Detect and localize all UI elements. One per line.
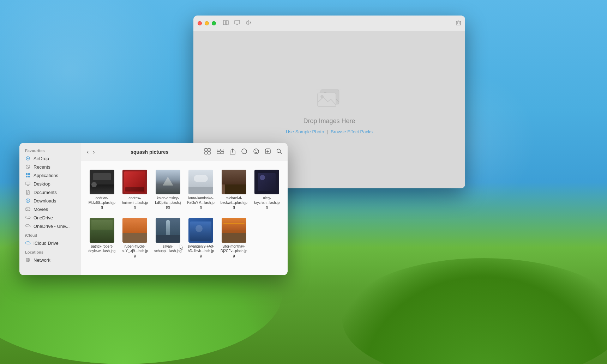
file-item[interactable]: andrew-haimeri-...lash.jpg: [120, 167, 150, 212]
file-item[interactable]: kalen-emsley-LdCpEc...plash.jpg: [153, 167, 183, 212]
sidebar-item-desktop[interactable]: Desktop: [21, 180, 79, 188]
svg-rect-19: [28, 173, 30, 175]
svg-rect-30: [26, 208, 27, 208]
tag-button[interactable]: [240, 147, 249, 157]
drop-zone-links: Use Sample Photo | Browse Effect Packs: [286, 129, 373, 134]
svg-rect-33: [29, 210, 30, 211]
downloads-icon: [25, 198, 31, 204]
file-thumbnail: [254, 170, 279, 194]
sidebar-onedrive-univ-label: OneDrive - Univ...: [34, 224, 70, 229]
svg-point-35: [27, 258, 29, 262]
sidebar-movies-label: Movies: [34, 207, 48, 212]
svg-point-48: [255, 151, 256, 151]
documents-icon: [25, 189, 31, 195]
file-item[interactable]: skyangel79-FA0-hD-1bvk...lash.jpg: [186, 215, 216, 261]
editor-minimize-button[interactable]: [205, 21, 209, 25]
editor-mute-icon[interactable]: [246, 20, 251, 26]
back-button[interactable]: ‹: [85, 148, 90, 156]
finder-main: ‹ › squash pictures: [81, 143, 288, 275]
desktop-icon: [25, 181, 31, 187]
icloud-icon: [25, 240, 31, 246]
editor-view-icon[interactable]: [223, 20, 229, 26]
file-thumbnail: [122, 170, 147, 194]
sidebar-icloud-label: iCloud: [19, 230, 81, 239]
sidebar-applications-label: Applications: [34, 173, 58, 178]
links-divider: |: [327, 129, 328, 134]
sidebar-item-onedrive-univ[interactable]: OneDrive - Univ...: [21, 222, 79, 230]
editor-maximize-button[interactable]: [212, 21, 216, 25]
recents-icon: [25, 164, 31, 170]
file-thumbnail: [222, 170, 246, 194]
editor-titlebar: [193, 16, 465, 31]
sidebar-onedrive-label: OneDrive: [34, 215, 53, 220]
drop-zone-icon: [315, 85, 343, 113]
sidebar-downloads-label: Downloads: [34, 198, 56, 204]
sidebar-item-downloads[interactable]: Downloads: [21, 196, 79, 205]
svg-point-49: [257, 151, 258, 151]
editor-trash-icon[interactable]: [456, 20, 461, 26]
airdrop-icon: [25, 156, 31, 161]
svg-rect-22: [26, 182, 30, 185]
sidebar-item-onedrive[interactable]: OneDrive: [21, 213, 79, 222]
file-name: silvan-schuppi...lash.jpg: [154, 244, 181, 253]
file-item[interactable]: laura-kaminska-FaGuYM...lash.jpg: [186, 167, 216, 212]
onedrive-icon: [25, 215, 31, 220]
file-name: skyangel79-FA0-hD-1bvk...lash.jpg: [187, 244, 215, 258]
svg-point-47: [254, 149, 259, 154]
editor-monitor-icon[interactable]: [234, 20, 240, 26]
file-item[interactable]: ruben-frivold-suY_-rj9...lash.jpg: [120, 215, 150, 261]
browse-effect-packs-link[interactable]: Browse Effect Packs: [331, 129, 373, 134]
sidebar-item-icloud[interactable]: iCloud Drive: [21, 239, 79, 247]
file-thumbnail: [90, 170, 114, 194]
file-name: patrick-robert-doyle-w...lash.jpg: [88, 244, 115, 253]
add-button[interactable]: [264, 147, 272, 157]
svg-rect-40: [205, 152, 207, 154]
sidebar-network-label: Network: [34, 257, 50, 263]
file-item[interactable]: silvan-schuppi...lash.jpg: [153, 215, 183, 261]
file-name: laura-kaminska-FaGuYM...lash.jpg: [187, 196, 215, 210]
sidebar-item-movies[interactable]: Movies: [21, 205, 79, 213]
svg-point-46: [242, 149, 247, 154]
svg-rect-7: [456, 21, 461, 25]
sidebar-item-documents[interactable]: Documents: [21, 188, 79, 196]
svg-rect-2: [235, 20, 240, 24]
sidebar-icloud-label: iCloud Drive: [34, 241, 59, 246]
toolbar-navigation: ‹ ›: [85, 148, 96, 156]
svg-rect-18: [26, 173, 28, 175]
sidebar-item-network[interactable]: Network: [21, 256, 79, 264]
sidebar-item-applications[interactable]: Applications: [21, 171, 79, 180]
toolbar-actions: [203, 147, 283, 157]
file-name: andrew-haimeri-...lash.jpg: [121, 196, 149, 210]
sidebar-item-recents[interactable]: Recents: [21, 163, 79, 171]
share-button[interactable]: [228, 147, 237, 157]
applications-icon: [25, 172, 31, 178]
finder-sidebar: Favourites AirDrop Recents: [19, 143, 81, 275]
svg-rect-32: [26, 210, 27, 211]
sidebar-item-airdrop[interactable]: AirDrop: [21, 154, 79, 163]
svg-rect-0: [223, 20, 226, 25]
file-item[interactable]: vitor-monthay-Dj2CFv...plash.jpg: [219, 215, 249, 261]
forward-button[interactable]: ›: [91, 148, 96, 156]
sidebar-locations-label: Locations: [19, 247, 81, 256]
file-thumbnail: [122, 218, 147, 243]
action-button[interactable]: [252, 147, 261, 157]
svg-rect-20: [26, 176, 28, 177]
editor-close-button[interactable]: [198, 21, 202, 25]
file-item[interactable]: patrick-robert-doyle-w...lash.jpg: [87, 215, 117, 261]
sidebar-recents-label: Recents: [34, 164, 50, 170]
file-item[interactable]: oleg-kryzhan...lash.jpg: [252, 167, 282, 212]
finder-file-grid: aedrian-Mblz6S...plash.jpg andrew-haimer…: [81, 161, 288, 275]
use-sample-photo-link[interactable]: Use Sample Photo: [286, 129, 324, 134]
search-button[interactable]: [275, 147, 283, 157]
file-item[interactable]: michael-d-beckwit...plash.jpg: [219, 167, 249, 212]
finder-toolbar: ‹ › squash pictures: [81, 143, 288, 161]
file-item[interactable]: aedrian-Mblz6S...plash.jpg: [87, 167, 117, 212]
view-list-button[interactable]: [216, 147, 226, 156]
finder-window-title: squash pictures: [99, 149, 200, 155]
svg-point-34: [26, 258, 30, 262]
svg-rect-1: [226, 20, 228, 25]
movies-icon: [25, 206, 31, 212]
view-grid-button[interactable]: [203, 147, 213, 157]
sidebar-airdrop-label: AirDrop: [34, 156, 49, 161]
file-name: aedrian-Mblz6S...plash.jpg: [88, 196, 116, 210]
